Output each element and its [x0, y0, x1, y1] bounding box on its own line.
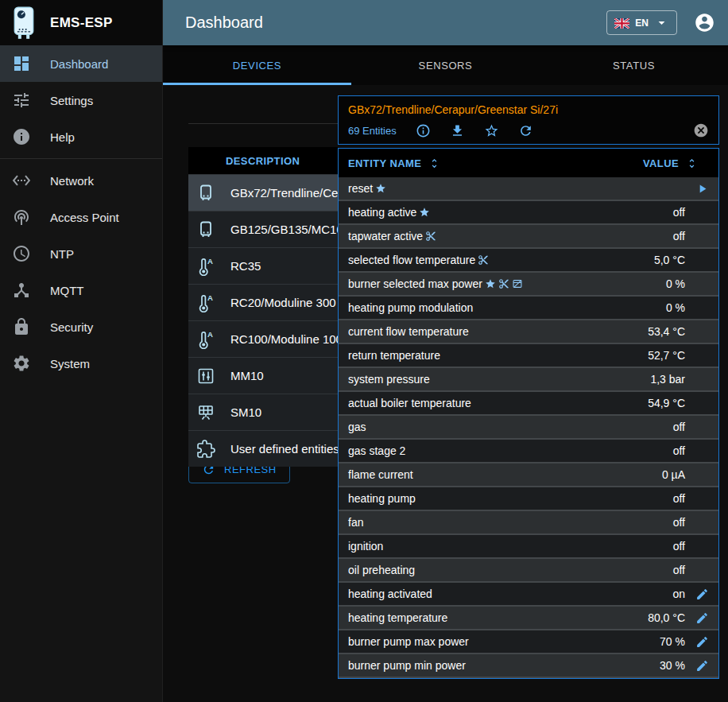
sort-icon[interactable] [686, 157, 698, 169]
entity-name: burner selected max power [339, 277, 666, 290]
entity-value: 1,3 bar [650, 373, 685, 386]
entity-row[interactable]: gas stage 2off [339, 440, 718, 463]
tune-icon [12, 91, 31, 110]
entity-row[interactable]: fanoff [339, 511, 718, 535]
user-avatar-icon[interactable] [694, 12, 715, 33]
favorite-star-icon [419, 207, 430, 218]
refresh-icon[interactable] [518, 123, 533, 138]
favorite-star-icon [485, 278, 496, 289]
entity-row[interactable]: current flow temperature53,4 °C [339, 320, 718, 344]
entity-row[interactable]: ignitionoff [339, 535, 718, 559]
entity-name: heating active [339, 206, 673, 219]
entity-row[interactable]: heating pump modulation0 % [339, 297, 718, 320]
device-row[interactable]: SM10 [188, 394, 338, 430]
device-list: GBx72/Trendline/Cerapur/Greenstar Si/27i… [188, 174, 338, 467]
sidebar-item-label: System [50, 357, 90, 370]
entity-row[interactable]: burner pump max power70 % [339, 630, 718, 654]
thermostat-icon: A [196, 293, 215, 312]
sidebar-item-mqtt[interactable]: MQTT [0, 272, 162, 308]
sidebar-item-help[interactable]: Help [0, 118, 162, 155]
entity-name: heating temperature [339, 611, 648, 624]
language-selector[interactable]: EN [606, 10, 677, 35]
device-row[interactable]: MM10 [188, 357, 338, 394]
entity-row[interactable]: reset [339, 177, 718, 201]
device-row[interactable]: ARC20/Moduline 300 [188, 284, 338, 320]
device-name: MM10 [230, 369, 264, 382]
entity-name: heating activated [339, 588, 672, 600]
entity-row[interactable]: heating pumpoff [339, 487, 718, 511]
boiler-icon [196, 184, 215, 203]
entity-row[interactable]: selected flow temperature5,0 °C [339, 249, 718, 273]
hub-icon [12, 281, 31, 300]
entity-name: current flow temperature [339, 325, 648, 338]
entity-value: 0 % [666, 301, 685, 314]
entity-row[interactable]: system pressure1,3 bar [339, 368, 718, 392]
main-content: DESCRIPTION GBx72/Trendline/Cerapur/Gree… [163, 85, 728, 702]
entity-row[interactable]: gasoff [339, 416, 718, 440]
tab-status[interactable]: STATUS [540, 45, 728, 85]
thermostat-icon: A [196, 257, 215, 276]
sidebar-item-access-point[interactable]: Access Point [0, 199, 162, 235]
device-row[interactable]: GBx72/Trendline/Cerapur/Greenstar Si/27i [188, 174, 338, 211]
device-row[interactable]: GB125/GB135/MC10 [188, 211, 338, 247]
tab-sensors[interactable]: SENSORS [351, 45, 540, 85]
entity-value: 0 µA [662, 468, 685, 481]
clock-icon [12, 244, 31, 263]
sidebar-item-network[interactable]: Network [0, 162, 162, 199]
sidebar-item-system[interactable]: System [0, 345, 162, 382]
device-row[interactable]: User defined entities [188, 430, 338, 467]
device-title: GBx72/Trendline/Cerapur/Greenstar Si/27i [348, 103, 709, 116]
sidebar-item-label: NTP [50, 247, 74, 261]
entity-value: on [672, 588, 685, 600]
entity-row[interactable]: tapwater activeoff [339, 225, 718, 249]
mixer-icon [196, 367, 215, 386]
entity-value: off [673, 230, 685, 242]
entity-value: off [673, 444, 685, 457]
svg-text:A: A [207, 257, 213, 266]
sidebar-item-dashboard[interactable]: Dashboard [0, 45, 162, 82]
entity-row[interactable]: heating temperature80,0 °C [339, 607, 718, 630]
edit-icon[interactable] [695, 588, 709, 601]
excluded-icon [425, 231, 436, 242]
entity-value: 5,0 °C [654, 254, 685, 266]
entity-name: tapwater active [339, 230, 673, 242]
star-outline-icon[interactable] [484, 123, 499, 138]
tab-devices[interactable]: DEVICES [163, 45, 351, 85]
device-row[interactable]: ARC35 [188, 247, 338, 284]
svg-text:A: A [207, 293, 213, 302]
entity-name: fan [339, 516, 673, 529]
entity-row[interactable]: return temperature52,7 °C [339, 344, 718, 368]
entity-row[interactable]: burner selected max power0 % [339, 273, 718, 297]
entity-name: reset [339, 182, 685, 195]
sidebar-item-settings[interactable]: Settings [0, 82, 162, 118]
entity-row[interactable]: burner pump min power30 % [339, 654, 718, 678]
entity-row[interactable]: heating activeoff [339, 201, 718, 225]
entity-row[interactable]: actual boiler temperature54,9 °C [339, 392, 718, 416]
entity-row[interactable]: heating activatedon [339, 583, 718, 607]
sidebar-item-ntp[interactable]: NTP [0, 235, 162, 272]
device-name: RC35 [230, 259, 261, 273]
column-entity-name: ENTITY NAME [348, 157, 421, 169]
device-row[interactable]: ARC100/Moduline 1000 [188, 320, 338, 357]
sidebar-item-label: MQTT [50, 284, 84, 297]
run-command-icon[interactable] [695, 182, 709, 196]
sort-icon[interactable] [428, 157, 440, 169]
info-icon [12, 127, 31, 146]
sidebar-item-security[interactable]: Security [0, 308, 162, 345]
app-logo-row: EMS-ESP [0, 0, 162, 45]
edit-icon[interactable] [695, 659, 709, 673]
edit-icon[interactable] [695, 635, 709, 649]
download-icon[interactable] [450, 123, 465, 138]
lock-icon [12, 317, 31, 336]
info-outline-icon[interactable] [416, 123, 431, 138]
entity-table: ENTITY NAME VALUE resetheating activeoff… [338, 148, 719, 679]
entity-row[interactable]: flame current0 µA [339, 463, 718, 487]
device-table: DESCRIPTION GBx72/Trendline/Cerapur/Gree… [188, 147, 338, 467]
sidebar-item-label: Network [50, 174, 94, 188]
edit-icon[interactable] [695, 611, 709, 625]
entity-row[interactable]: oil preheatingoff [339, 559, 718, 583]
entity-name: heating pump modulation [339, 301, 666, 314]
entity-value: off [673, 516, 685, 529]
close-icon[interactable] [693, 122, 709, 138]
entity-toolbar: 69 Entities [348, 122, 709, 138]
